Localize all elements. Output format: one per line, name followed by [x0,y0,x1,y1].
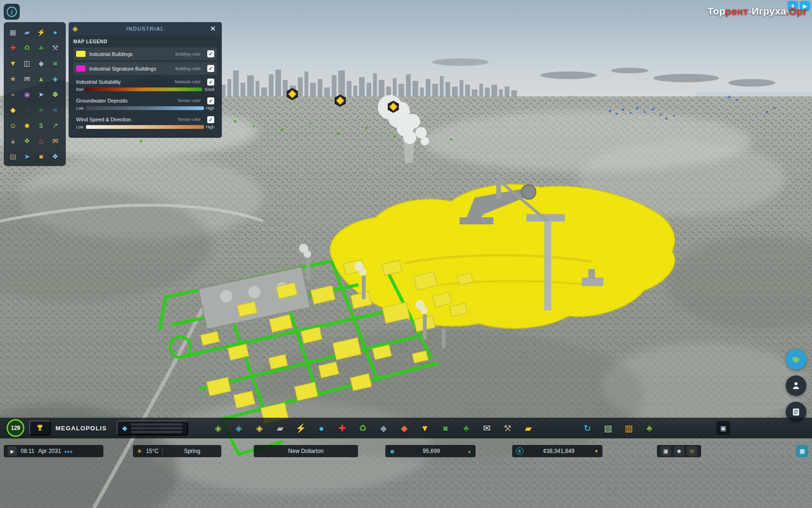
tool-landscaping[interactable]: ⚒ [499,420,516,437]
legend-item-label: Groundwater Deposits [76,98,173,103]
game-date: Apr 2031 [38,448,61,454]
infoview-tourism[interactable]: ★ [6,71,20,86]
tool-education[interactable]: ◆ [375,420,392,437]
district-segment[interactable]: New Dollarton [254,445,358,457]
infoview-routes[interactable]: ➤ [20,149,34,164]
infoview-administration[interactable]: ◫ [20,56,34,71]
infoview-wind[interactable]: ➤ [34,87,48,102]
infoview-parks[interactable]: ♣ [34,40,48,55]
infoview-pollution[interactable]: ● [6,87,20,102]
info-views-button[interactable]: i [4,4,20,20]
infoview-landscaping[interactable]: ▲ [34,71,48,86]
followers-button[interactable]: ☻ [674,446,684,456]
infoview-roads[interactable]: ▰ [20,24,34,40]
color-swatch [76,65,86,71]
infoview-water[interactable]: ● [48,24,62,40]
tool-police[interactable]: ▼ [416,420,433,437]
checkbox[interactable]: ✓ [207,50,214,57]
infoview-terrain-height[interactable]: ▤ [6,149,20,164]
tool-bulldozer[interactable]: ▰ [520,420,537,437]
tool-zoning[interactable]: ◈ [210,420,226,437]
tool-communications[interactable]: ✉ [478,420,495,437]
infoview-finance[interactable]: $ [34,118,48,133]
legend-item-wind-speed-direction[interactable]: Wind Speed & Direction Terrain color ✓ L… [73,114,217,131]
infoview-electricity[interactable]: ⚡ [34,24,48,40]
tool-fire-rescue[interactable]: ◆ [396,420,413,437]
photo-mode-button[interactable]: ▣ [661,446,671,456]
map-marker[interactable] [335,95,345,106]
population-segment[interactable]: ☻ 95,699 ▲ [385,445,476,457]
infoview-mail[interactable]: ✉ [48,133,62,148]
infoview-oil[interactable]: ● [20,102,34,117]
tool-healthcare[interactable]: ✚ [334,420,351,437]
infoview-maintenance[interactable]: ⚒ [48,40,62,55]
infoview-education[interactable]: ◆ [34,56,48,71]
tool-map-tiles[interactable]: ▨ [600,420,617,437]
tool-transportation[interactable]: ■ [437,420,454,437]
infoview-ore[interactable]: ◆ [6,102,20,117]
happiness-button[interactable]: ☺ [687,446,697,456]
infoview-healthcare[interactable]: ✚ [6,40,20,55]
budget-dropdown-icon[interactable]: ▼ [594,449,599,454]
infoview-wildlife[interactable]: ❖ [20,133,34,148]
checkbox[interactable]: ✓ [207,97,214,104]
weather-segment[interactable]: ☀ 15°C Spring [133,445,221,457]
infoview-progression[interactable]: ▦ [6,24,20,40]
infoview-police[interactable]: ▼ [6,56,20,71]
tool-statistics[interactable]: ▥ [620,420,637,437]
citizens-button[interactable] [786,375,806,396]
money-segment[interactable]: ¢ ¢38,341,849 ▼ [512,445,602,457]
infoview-groundwater[interactable]: ≈ [48,102,62,117]
gradient-min-label: Bad [76,87,83,92]
tool-electricity[interactable]: ⚡ [292,420,309,437]
infoview-fertility[interactable]: ✽ [48,87,62,102]
infoview-noise[interactable]: ◉ [20,87,34,102]
legend-item-type: Building color [175,52,201,56]
checkbox[interactable]: ✓ [207,65,214,72]
infoview-growth[interactable]: ↗ [48,118,62,133]
legend-item-industrial-buildings[interactable]: Industrial Buildings Building color ✓ [73,48,217,60]
tool-economy[interactable]: ↻ [579,420,596,437]
infoview-birds[interactable]: ❖ [48,149,62,164]
legend-item-industrial-suitability[interactable]: Industrial Suitability Network color ✓ B… [73,77,217,94]
infoview-population[interactable]: ☻ [20,118,34,133]
infoview-garbage[interactable]: ♻ [20,40,34,55]
tool-roads[interactable]: ▰ [272,420,289,437]
map-button[interactable] [786,349,806,370]
infoview-communications[interactable]: ✉ [20,71,34,86]
tool-areas[interactable]: ◈ [251,420,268,437]
checkbox[interactable]: ✓ [207,79,214,86]
map-legend-label: MAP LEGEND [73,39,217,44]
map-marker[interactable] [388,101,398,112]
xp-bars [131,423,182,433]
toolbar-options-button[interactable]: ▣ [716,421,730,435]
achievements-button[interactable] [29,421,51,436]
infoview-terrain[interactable]: ▲ [6,133,20,148]
tool-parks-recreation[interactable]: ♣ [458,420,475,437]
legend-item-industrial-signature-buildings[interactable]: Industrial Signature Buildings Building … [73,62,217,75]
tool-water[interactable]: ● [313,420,330,437]
speed-control[interactable]: ▸▸▸ [65,449,73,454]
tool-signature-buildings[interactable]: ◈ [230,420,247,437]
notes-icon [791,407,801,417]
corner-widget-button[interactable]: ▦ [796,445,808,457]
infoview-transportation[interactable]: ■ [48,56,62,71]
clock-time: 08:11 [21,448,34,454]
gradient-bar [86,125,204,129]
infoview-forest[interactable]: ♣ [34,102,48,117]
infoview-heating[interactable]: ♨ [34,133,48,148]
play-button[interactable]: ▶ [8,446,17,456]
infoview-happiness[interactable]: ☺ [6,118,20,133]
tool-garbage[interactable]: ♻ [354,420,371,437]
milestone-level-badge[interactable]: 129 [7,419,24,437]
checkbox[interactable]: ✓ [207,116,214,123]
close-icon[interactable]: ✕ [208,24,218,34]
map-marker[interactable] [287,88,297,100]
legend-item-groundwater-deposits[interactable]: Groundwater Deposits Terrain color ✓ Low… [73,95,217,112]
xp-progress-button[interactable]: ◆ [117,421,188,436]
infoview-land-value[interactable]: ◈ [48,71,62,86]
tool-nature[interactable]: ♣ [641,420,658,437]
legend-item-type: Building color [175,66,201,71]
infoview-lorries[interactable]: ■ [34,149,48,164]
district-name: New Dollarton [258,448,354,454]
